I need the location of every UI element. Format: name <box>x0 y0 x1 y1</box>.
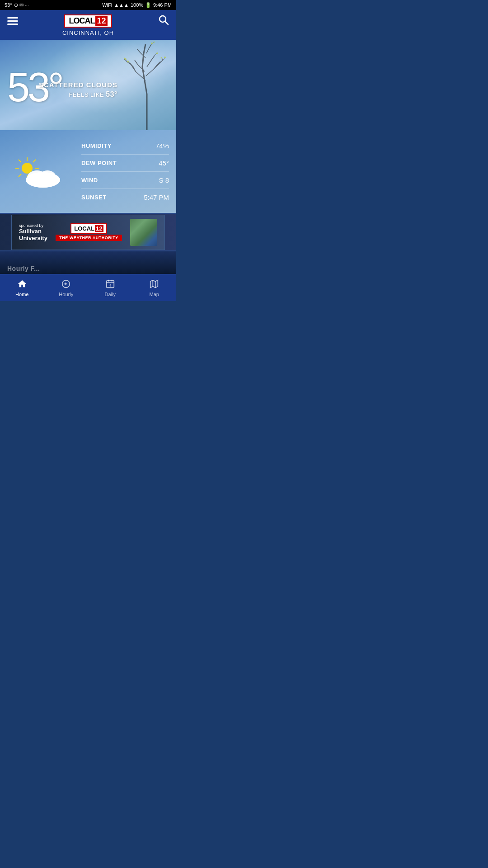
app-logo: LOCAL 12 <box>64 14 112 28</box>
status-temp: 53° <box>5 2 12 8</box>
daily-icon: 4 <box>105 279 115 290</box>
svg-point-18 <box>22 163 33 174</box>
tree-decoration <box>117 40 176 130</box>
clock: 9:46 PM <box>153 2 172 8</box>
weather-icon-area <box>9 153 68 191</box>
menu-button[interactable] <box>7 17 18 25</box>
detail-row: WIND S 8 <box>81 172 169 189</box>
weather-hero: 53° SCATTERED CLOUDS FEELS LIKE 53° <box>0 40 176 130</box>
search-button[interactable] <box>158 14 169 28</box>
detail-row: HUMIDITY 74% <box>81 137 169 155</box>
logo-number: 12 <box>95 16 107 26</box>
svg-point-22 <box>26 172 60 188</box>
weather-details-panel: HUMIDITY 74% DEW POINT 45° WIND S 8 SUNS… <box>0 130 176 213</box>
signal-icon: ▲▲▲ <box>114 2 129 8</box>
header-top: LOCAL 12 <box>7 14 169 28</box>
nav-daily[interactable]: 4 Daily <box>88 274 132 301</box>
daily-label: Daily <box>105 292 116 297</box>
detail-label-1: DEW POINT <box>81 160 117 166</box>
feels-like-row: FEELS LIKE 53° <box>39 90 117 99</box>
status-icons: ⊙ ✉ ··· <box>14 2 29 8</box>
bottom-navigation: Home Hourly 4 Daily <box>0 274 176 301</box>
svg-point-3 <box>124 58 126 59</box>
app-header: LOCAL 12 CINCINNATI, OH <box>0 10 176 40</box>
detail-row: DEW POINT 45° <box>81 155 169 172</box>
ad-map-thumbnail <box>130 219 157 246</box>
home-icon <box>17 279 27 290</box>
hourly-icon <box>61 279 71 290</box>
detail-row: SUNSET 5:47 PM <box>81 189 169 206</box>
detail-label-0: HUMIDITY <box>81 142 112 149</box>
home-label: Home <box>15 292 28 297</box>
ad-logo-local: LOCAL <box>74 225 94 232</box>
feels-like-value: 53° <box>106 90 117 98</box>
sponsor-name: SullivanUniversity <box>19 228 47 241</box>
svg-line-16 <box>19 174 21 177</box>
partial-section-title: Hourly F... <box>7 265 40 272</box>
sponsored-by-label: sponsored by <box>19 223 43 228</box>
svg-point-9 <box>151 42 153 44</box>
hourly-label: Hourly <box>59 292 73 297</box>
nav-hourly[interactable]: Hourly <box>44 274 89 301</box>
location-label: CINCINNATI, OH <box>62 29 114 36</box>
detail-label-3: SUNSET <box>81 194 107 201</box>
map-icon <box>149 279 159 290</box>
status-right: WiFi ▲▲▲ 100% 🔋 9:46 PM <box>102 2 172 8</box>
battery-icon: 🔋 <box>145 2 151 8</box>
detail-value-0: 74% <box>155 142 169 150</box>
svg-text:4: 4 <box>109 284 111 287</box>
ad-logo-number: 12 <box>95 225 103 232</box>
nav-home[interactable]: Home <box>0 274 44 301</box>
feels-like-label: FEELS LIKE <box>69 91 104 98</box>
status-left: 53° ⊙ ✉ ··· <box>5 2 29 8</box>
svg-point-6 <box>161 57 162 59</box>
ad-sponsor-info: sponsored by SullivanUniversity <box>19 223 47 241</box>
battery-percent: 100% <box>131 2 143 8</box>
status-bar: 53° ⊙ ✉ ··· WiFi ▲▲▲ 100% 🔋 9:46 PM <box>0 0 176 10</box>
ad-content: sponsored by SullivanUniversity LOCAL 12… <box>11 215 165 250</box>
detail-value-3: 5:47 PM <box>144 193 169 201</box>
condition-label: SCATTERED CLOUDS <box>39 81 117 89</box>
svg-point-7 <box>156 52 158 54</box>
svg-line-15 <box>33 160 36 162</box>
nav-map[interactable]: Map <box>132 274 177 301</box>
map-label: Map <box>150 292 159 297</box>
partly-cloudy-icon <box>9 153 68 189</box>
svg-marker-29 <box>150 280 158 288</box>
detail-value-1: 45° <box>159 159 169 167</box>
wifi-icon: WiFi <box>102 2 112 8</box>
svg-point-5 <box>164 57 166 58</box>
svg-point-4 <box>127 61 129 62</box>
svg-line-1 <box>165 22 169 25</box>
detail-label-2: WIND <box>81 177 98 184</box>
svg-line-14 <box>19 160 21 162</box>
partial-content-area: Hourly F... <box>0 251 176 274</box>
advertisement-banner[interactable]: sponsored by SullivanUniversity LOCAL 12… <box>0 213 176 251</box>
ad-local12: LOCAL 12 <box>70 223 107 234</box>
ad-logo: LOCAL 12 THE WEATHER AUTHORITY <box>56 223 122 241</box>
ad-tagline: THE WEATHER AUTHORITY <box>56 235 122 241</box>
weather-description: SCATTERED CLOUDS FEELS LIKE 53° <box>39 81 117 99</box>
detail-value-2: S 8 <box>159 176 169 184</box>
detail-rows-container: HUMIDITY 74% DEW POINT 45° WIND S 8 SUNS… <box>81 137 169 206</box>
svg-point-8 <box>154 42 155 43</box>
logo-local: LOCAL <box>69 16 94 26</box>
